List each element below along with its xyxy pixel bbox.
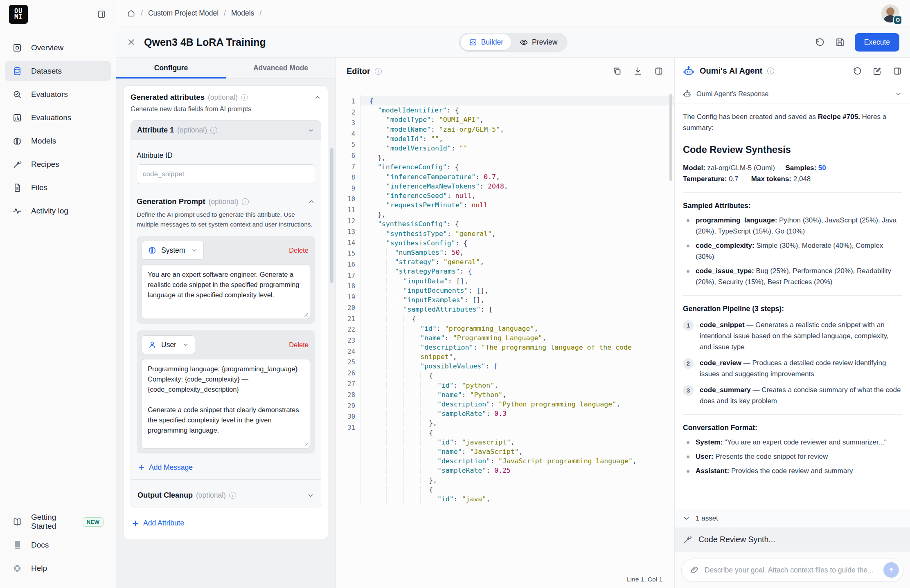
agent-response-toggle[interactable]: Oumi Agent's Response <box>675 84 910 103</box>
divider <box>683 414 902 415</box>
panel-right-icon[interactable] <box>654 66 664 76</box>
config-scrollbar[interactable] <box>330 148 333 283</box>
sidebar-item-label: Docs <box>31 541 49 550</box>
message-textarea[interactable]: Programming language: {programming_langu… <box>142 359 310 449</box>
code-line: "id": "javascript", <box>360 438 674 447</box>
optional-label: (optional) <box>209 197 239 206</box>
save-icon[interactable] <box>835 37 845 47</box>
code-line: "strategy": "general", <box>360 257 674 267</box>
code-line: "id": "python", <box>360 381 674 390</box>
sidebar-item-activity-log[interactable]: Activity log <box>5 201 111 221</box>
sidebar-footer-nav: Getting StartedNEWDocsHelp <box>5 512 111 581</box>
code-line: "modelType": "OUMI_API", <box>360 115 674 124</box>
list-item: User: Presents the code snippet for revi… <box>683 451 902 462</box>
datasets-icon <box>12 66 22 76</box>
reset-history-icon[interactable] <box>852 66 862 76</box>
output-cleanup-title: Output Cleanup <box>137 491 193 500</box>
preview-label: Preview <box>532 38 557 47</box>
code-editor[interactable]: 1234567891011121314151617181920212223242… <box>336 92 674 572</box>
sidebar-header: OU MI <box>0 0 116 32</box>
code-line: "id": "java", <box>360 494 674 504</box>
message-card-user: UserDeleteProgramming language: {program… <box>137 330 315 453</box>
sidebar-item-models[interactable]: Models <box>5 131 111 151</box>
sidebar-item-datasets[interactable]: Datasets <box>5 61 111 81</box>
code-line: "inferenceTemperature": 0.7, <box>360 172 674 182</box>
sidebar-item-files[interactable]: Files <box>5 177 111 198</box>
sidebar-item-help[interactable]: Help <box>5 558 111 579</box>
chevron-up-icon[interactable] <box>314 94 321 101</box>
attribute-id-input[interactable] <box>137 164 315 184</box>
chevron-up-icon[interactable] <box>308 198 315 205</box>
send-button[interactable] <box>883 562 899 578</box>
delete-message-button[interactable]: Delete <box>289 341 310 349</box>
info-icon[interactable]: i <box>210 127 217 134</box>
config-body: Generated attributes (optional) i Genera… <box>116 79 336 588</box>
sidebar-item-label: Getting Started <box>31 513 74 531</box>
role-label: User <box>161 341 176 349</box>
sidebar-item-getting-started[interactable]: Getting StartedNEW <box>5 512 111 532</box>
add-message-button[interactable]: Add Message <box>137 463 314 472</box>
message-textarea[interactable]: You are an expert software engineer. Gen… <box>142 265 310 319</box>
attribute-id-label: Attribute ID <box>137 151 315 160</box>
undo-history-icon[interactable] <box>815 37 825 47</box>
add-attribute-button[interactable]: Add Attribute <box>131 519 320 527</box>
sidebar-item-label: Evaluations <box>31 113 71 122</box>
role-label: System <box>161 246 185 255</box>
close-icon[interactable] <box>127 38 136 47</box>
builder-tab[interactable]: Builder <box>461 34 511 50</box>
panel-right-icon[interactable] <box>892 66 902 76</box>
tab-configure[interactable]: Configure <box>116 58 226 78</box>
execute-button[interactable]: Execute <box>855 33 899 52</box>
line-number: 9 <box>336 183 355 194</box>
code-line: "possibleValues": [ <box>360 361 674 371</box>
asset-item[interactable]: Code Review Synth... <box>675 527 910 552</box>
chevron-down-icon[interactable] <box>307 127 315 134</box>
code-line: "inputExamples": [], <box>360 295 674 305</box>
tab-advanced-mode[interactable]: Advanced Mode <box>226 58 336 78</box>
code-line: { <box>360 428 674 438</box>
code-line: "sampleRate": 0.3 <box>360 409 674 418</box>
delete-message-button[interactable]: Delete <box>289 247 310 254</box>
assets-toggle[interactable]: 1 asset <box>675 509 910 527</box>
output-cleanup-row[interactable]: Output Cleanup (optional) i <box>137 487 315 501</box>
role-select[interactable]: User <box>142 335 195 354</box>
info-icon[interactable]: i <box>767 67 774 74</box>
sidebar-item-label: Overview <box>31 43 63 52</box>
breadcrumb-item[interactable]: Custom Project Model <box>148 9 218 18</box>
evaluations-icon <box>12 113 22 123</box>
sidebar-item-label: Evaluators <box>31 90 68 99</box>
info-icon[interactable]: i <box>241 94 248 101</box>
editor-scrollbar[interactable] <box>669 94 672 181</box>
line-number: 21 <box>336 314 355 325</box>
sidebar-collapse-icon[interactable] <box>96 9 107 20</box>
oumi-logo-icon[interactable]: OU MI <box>9 5 28 24</box>
paperclip-icon[interactable] <box>690 566 699 575</box>
sidebar-item-evaluators[interactable]: Evaluators <box>5 84 111 105</box>
info-icon[interactable]: i <box>375 68 382 75</box>
chevron-down-icon[interactable] <box>307 492 314 499</box>
chevron-down-icon <box>191 247 198 254</box>
code-line: "modelName": "zai-org/GLM-5", <box>360 125 674 134</box>
chevron-down-icon[interactable] <box>894 90 902 98</box>
sidebar-item-evaluations[interactable]: Evaluations <box>5 108 111 128</box>
new-chat-edit-icon[interactable] <box>872 66 882 76</box>
chevron-down-icon <box>182 341 189 348</box>
role-select[interactable]: System <box>142 241 204 260</box>
breadcrumb-item[interactable]: Models <box>231 9 254 18</box>
generated-attributes-card: Generated attributes (optional) i Genera… <box>124 85 328 539</box>
home-icon[interactable] <box>127 9 135 18</box>
sidebar-item-docs[interactable]: Docs <box>5 535 111 555</box>
attribute-header[interactable]: Attribute 1 (optional) i <box>131 121 321 140</box>
avatar[interactable]: O <box>881 4 899 22</box>
sidebar-item-overview[interactable]: Overview <box>5 38 111 58</box>
preview-tab[interactable]: Preview <box>511 34 565 50</box>
code-line: { <box>360 371 674 380</box>
info-icon[interactable]: i <box>242 198 249 205</box>
download-icon[interactable] <box>633 66 643 76</box>
composer-input[interactable] <box>705 566 878 575</box>
sidebar-item-recipes[interactable]: Recipes <box>5 154 111 175</box>
info-icon[interactable]: i <box>229 492 236 499</box>
code-line: "modelIdentifier": { <box>360 105 674 115</box>
line-number: 3 <box>336 118 355 129</box>
copy-icon[interactable] <box>612 66 622 76</box>
